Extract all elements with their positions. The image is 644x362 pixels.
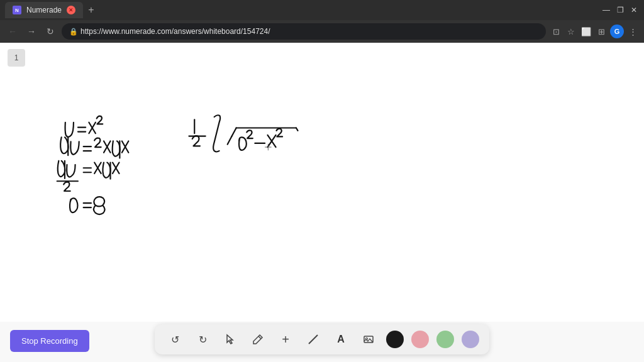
refresh-button[interactable]: ↻	[43, 24, 58, 39]
address-bar[interactable]: 🔒 https://www.numerade.com/answers/white…	[62, 23, 546, 40]
maximize-button[interactable]: ❐	[615, 5, 625, 15]
cursor	[265, 144, 271, 150]
color-lavender[interactable]	[462, 331, 479, 348]
new-tab-button[interactable]: +	[83, 2, 99, 18]
undo-button[interactable]: ↺	[165, 329, 185, 349]
menu-icon[interactable]: ⋮	[626, 25, 639, 38]
color-pink[interactable]	[411, 331, 429, 348]
add-button[interactable]: +	[275, 329, 296, 349]
tab-title: Numerade	[26, 6, 62, 14]
url-text: https://www.numerade.com/answers/whitebo…	[80, 27, 270, 36]
bookmark-icon[interactable]: ☆	[565, 25, 577, 38]
color-green[interactable]	[436, 331, 454, 348]
profile-avatar[interactable]: G	[610, 25, 624, 38]
stop-recording-button[interactable]: Stop Recording	[10, 330, 89, 352]
back-button[interactable]: ←	[5, 24, 20, 39]
math-canvas	[0, 43, 644, 322]
close-button[interactable]: ✕	[629, 5, 639, 15]
svg-rect-36	[364, 336, 373, 343]
redo-button[interactable]: ↻	[192, 329, 213, 349]
content-area: 1	[0, 43, 644, 362]
svg-line-26	[232, 128, 236, 136]
svg-line-28	[296, 128, 298, 130]
bottom-toolbar: ↺ ↻ + A	[155, 324, 489, 354]
window-controls: — ❐ ✕	[601, 5, 639, 15]
minimize-button[interactable]: —	[601, 5, 611, 15]
cast-icon[interactable]: ⊡	[550, 25, 562, 38]
addressbar: ← → ↻ 🔒 https://www.numerade.com/answers…	[0, 20, 644, 43]
lock-icon: 🔒	[69, 28, 78, 36]
titlebar: N Numerade ✕ + — ❐ ✕	[0, 0, 644, 20]
browser-tab[interactable]: N Numerade ✕	[5, 2, 83, 18]
svg-line-25	[228, 136, 232, 145]
extensions-icon[interactable]: ⬜	[580, 25, 592, 38]
address-bar-actions: ⊡ ☆ ⬜ ⊞ G ⋮	[550, 25, 639, 38]
svg-line-34	[258, 336, 261, 339]
color-black[interactable]	[386, 331, 404, 348]
image-tool-button[interactable]	[358, 329, 379, 349]
svg-line-35	[309, 335, 318, 344]
tab-close-button[interactable]: ✕	[67, 6, 75, 14]
whiteboard[interactable]: 1	[0, 43, 644, 322]
text-tool-button[interactable]: A	[331, 329, 351, 349]
line-tool-button[interactable]	[303, 329, 323, 349]
pen-tool-button[interactable]	[248, 329, 268, 349]
select-tool-button[interactable]	[220, 329, 240, 349]
forward-button[interactable]: →	[24, 24, 39, 39]
grid-icon[interactable]: ⊞	[595, 25, 608, 38]
tab-favicon: N	[13, 6, 21, 14]
